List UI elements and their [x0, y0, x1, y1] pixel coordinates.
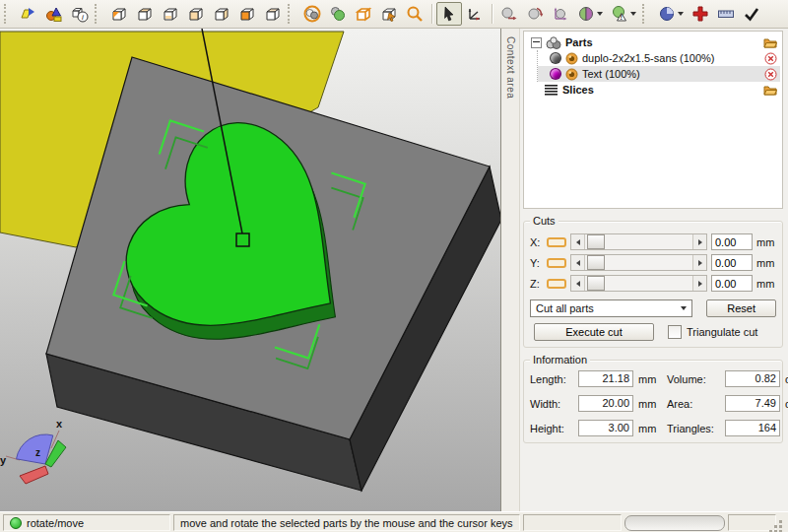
select-cube-icon [380, 5, 398, 23]
open-part-button[interactable] [16, 2, 41, 26]
highlight-spheres-button[interactable] [299, 2, 325, 26]
volume-value: 0.82 [725, 370, 780, 387]
context-area-label: Context area [505, 36, 516, 511]
dropdown-caret-icon [597, 12, 603, 16]
toolbar-grip[interactable] [4, 4, 12, 24]
visibility-eye-icon[interactable] [565, 68, 578, 81]
status-bar: rotate/move move and rotate the selected… [0, 511, 788, 532]
view-cube-top-button[interactable] [132, 2, 158, 26]
svg-text:i: i [82, 13, 84, 22]
dropdown-caret-icon [630, 12, 636, 16]
cut-x-scrollbar[interactable] [570, 233, 707, 250]
scroll-left-arrow[interactable] [571, 234, 585, 249]
axes-tool-button[interactable] [462, 2, 488, 26]
measure-ruler-button[interactable] [713, 2, 739, 26]
shade-spheres-button[interactable] [325, 2, 351, 26]
add-plus-icon [691, 5, 709, 23]
open-part-icon [20, 5, 37, 23]
cuts-group: Cuts X: mm Y: [523, 221, 783, 348]
cut-x-plane-button[interactable] [547, 237, 566, 247]
rotate-tool-button[interactable] [522, 2, 548, 26]
status-active-icon [10, 517, 22, 529]
view-cube-iso-button[interactable] [106, 2, 132, 26]
tree-row-slices[interactable]: Slices [528, 82, 780, 98]
wire-cube-button[interactable] [351, 2, 376, 26]
3d-scene: x y z [0, 29, 500, 511]
remove-part-icon[interactable] [764, 68, 777, 81]
cut-x-slider-thumb[interactable] [587, 234, 605, 249]
tree-row-part[interactable]: Text (100%) [538, 66, 780, 82]
scroll-left-arrow[interactable] [571, 276, 585, 291]
toolbar-grip[interactable] [288, 4, 296, 24]
add-plus-button[interactable] [688, 2, 713, 26]
triangulate-cut-label: Triangulate cut [687, 326, 757, 338]
cut-mode-select[interactable]: Cut all parts [530, 299, 692, 317]
tree-row-part[interactable]: duplo-2x2x1.5-sans (100%) [538, 50, 780, 66]
cad-window: i ! [0, 0, 788, 532]
scroll-right-arrow[interactable] [692, 255, 706, 270]
view-cube-top-icon [136, 5, 154, 23]
cut-axis-row-x: X: mm [530, 232, 776, 252]
cut-z-slider-thumb[interactable] [587, 276, 605, 291]
part-info-button[interactable]: i [67, 2, 93, 26]
scroll-right-arrow[interactable] [692, 276, 706, 291]
view-cube-front-icon [238, 5, 256, 23]
visibility-eye-icon[interactable] [565, 52, 578, 65]
view-cube-iso-icon [110, 5, 128, 23]
part-name-label: duplo-2x2x1.5-sans (100%) [582, 52, 715, 64]
reset-button[interactable]: Reset [706, 299, 776, 317]
execute-cut-button[interactable]: Execute cut [534, 323, 654, 341]
cuts-group-title: Cuts [530, 215, 558, 227]
view-sphere-icon [577, 5, 595, 23]
open-folder-icon[interactable] [763, 84, 777, 96]
view-cube-right-button[interactable] [209, 2, 234, 26]
toolbar-separator [492, 4, 492, 24]
view-cube-bottom-button[interactable] [158, 2, 183, 26]
cut-z-scrollbar[interactable] [570, 275, 707, 292]
slices-icon [544, 84, 558, 96]
collapse-expander-icon[interactable] [531, 37, 542, 48]
cut-y-value-input[interactable] [711, 254, 753, 271]
remove-part-icon[interactable] [764, 52, 777, 65]
cut-mode-value: Cut all parts [536, 302, 594, 314]
measure-ruler-icon [717, 5, 735, 23]
open-folder-icon[interactable] [763, 36, 777, 48]
transform-tool-button[interactable] [548, 2, 573, 26]
axis-y-wedge [20, 466, 48, 484]
validate-check-button[interactable] [739, 2, 764, 26]
cut-z-value-input[interactable] [711, 275, 753, 292]
cut-y-slider-thumb[interactable] [587, 255, 605, 270]
view-sphere-button[interactable] [573, 2, 607, 26]
cut-x-value-input[interactable] [711, 233, 753, 250]
add-primitive-button[interactable] [41, 2, 67, 26]
cut-y-scrollbar[interactable] [570, 254, 707, 271]
scroll-right-arrow[interactable] [692, 234, 706, 249]
3d-viewport[interactable]: x y z [0, 29, 501, 511]
light-tool-button[interactable]: ! [607, 2, 640, 26]
render-disc-button[interactable] [654, 2, 688, 26]
move-tool-button[interactable] [496, 2, 522, 26]
scroll-left-arrow[interactable] [571, 255, 585, 270]
cut-axis-row-y: Y: mm [530, 252, 776, 273]
triangulate-cut-checkbox[interactable] [668, 325, 682, 339]
cut-z-plane-button[interactable] [547, 279, 566, 289]
view-cube-bottom-icon [162, 5, 179, 23]
cut-x-unit-label: mm [756, 236, 776, 248]
status-progress-bar [624, 515, 725, 531]
status-empty-segment [523, 514, 622, 531]
view-cube-front-button[interactable] [234, 2, 260, 26]
length-label: Length: [530, 373, 573, 385]
select-arrow-button[interactable] [436, 2, 462, 26]
toolbar-grip[interactable] [642, 4, 650, 24]
select-cube-button[interactable] [376, 2, 402, 26]
cut-x-label: X: [530, 236, 543, 248]
view-cube-left-button[interactable] [183, 2, 209, 26]
view-cube-right-icon [213, 5, 230, 23]
height-value: 3.00 [578, 420, 633, 436]
view-cube-back-button[interactable] [260, 2, 286, 26]
cut-y-plane-button[interactable] [547, 258, 566, 268]
tree-row-parts[interactable]: Parts [528, 34, 780, 50]
zoom-button[interactable] [402, 2, 427, 26]
pivot-handle[interactable] [236, 233, 249, 246]
toolbar-grip[interactable] [95, 4, 102, 24]
